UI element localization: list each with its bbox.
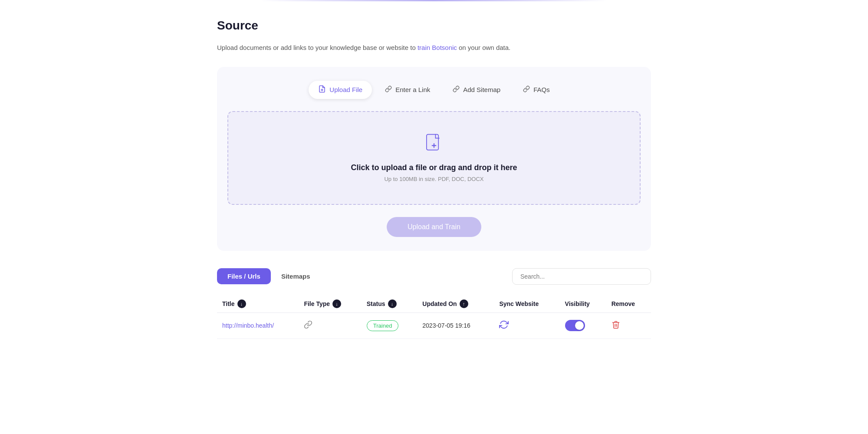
files-section: Files / Urls Sitemaps Title ↓	[217, 268, 651, 339]
sync-icon[interactable]	[499, 322, 509, 331]
upload-train-button[interactable]: Upload and Train	[387, 217, 481, 237]
toggle-knob	[575, 321, 584, 330]
sort-updated-icon[interactable]: ↑	[460, 299, 468, 308]
search-input[interactable]	[512, 268, 651, 285]
tab-add-sitemap[interactable]: Add Sitemap	[443, 81, 510, 99]
files-tabs: Files / Urls Sitemaps	[217, 268, 651, 285]
sort-title-icon[interactable]: ↓	[237, 299, 246, 308]
th-sync-website: Sync Website	[494, 295, 559, 313]
visibility-toggle[interactable]	[565, 320, 585, 331]
drop-zone-file-icon	[424, 134, 444, 156]
enter-link-icon	[385, 85, 392, 94]
sort-filetype-icon[interactable]: ↓	[332, 299, 341, 308]
cell-status: Trained	[362, 312, 418, 339]
th-visibility: Visibility	[560, 295, 606, 313]
drop-zone-subtitle: Up to 100MB in size. PDF, DOC, DOCX	[384, 176, 483, 182]
upload-file-icon	[318, 85, 326, 95]
tab-bar: Upload File Enter a Link	[227, 81, 641, 99]
th-remove: Remove	[606, 295, 651, 313]
cell-remove	[606, 312, 651, 339]
tab-faqs[interactable]: FAQs	[513, 81, 559, 99]
status-badge: Trained	[367, 320, 399, 331]
page-title: Source	[217, 19, 651, 33]
upload-card: Upload File Enter a Link	[217, 67, 651, 251]
tab-enter-link[interactable]: Enter a Link	[375, 81, 440, 99]
file-type-link-icon	[304, 322, 312, 331]
faqs-icon	[523, 85, 530, 94]
search-wrap	[512, 268, 651, 285]
table-body: http://minbo.health/ Trained 2023	[217, 312, 651, 339]
th-status: Status ↓	[362, 295, 418, 313]
th-file-type: File Type ↓	[299, 295, 361, 313]
cell-updated-on: 2023-07-05 19:16	[417, 312, 494, 339]
upload-btn-wrap: Upload and Train	[227, 217, 641, 237]
drop-zone[interactable]: Click to upload a file or drag and drop …	[227, 111, 641, 205]
page-description: Upload documents or add links to your kn…	[217, 43, 651, 53]
th-title: Title ↓	[217, 295, 299, 313]
cell-visibility	[560, 312, 606, 339]
cell-sync	[494, 312, 559, 339]
table-header: Title ↓ File Type ↓ Status ↓	[217, 295, 651, 313]
drop-zone-title: Click to upload a file or drag and drop …	[351, 163, 517, 172]
cell-file-type	[299, 312, 361, 339]
file-link[interactable]: http://minbo.health/	[222, 322, 274, 329]
th-updated-on: Updated On ↑	[417, 295, 494, 313]
sitemaps-tab[interactable]: Sitemaps	[271, 268, 321, 284]
sort-status-icon[interactable]: ↓	[388, 299, 397, 308]
files-table: Title ↓ File Type ↓ Status ↓	[217, 295, 651, 339]
remove-icon[interactable]	[612, 322, 620, 331]
toggle-wrap	[565, 320, 601, 331]
table-row: http://minbo.health/ Trained 2023	[217, 312, 651, 339]
add-sitemap-icon	[453, 85, 460, 94]
cell-title: http://minbo.health/	[217, 312, 299, 339]
tab-upload-file[interactable]: Upload File	[309, 81, 372, 99]
files-urls-tab[interactable]: Files / Urls	[217, 268, 271, 284]
